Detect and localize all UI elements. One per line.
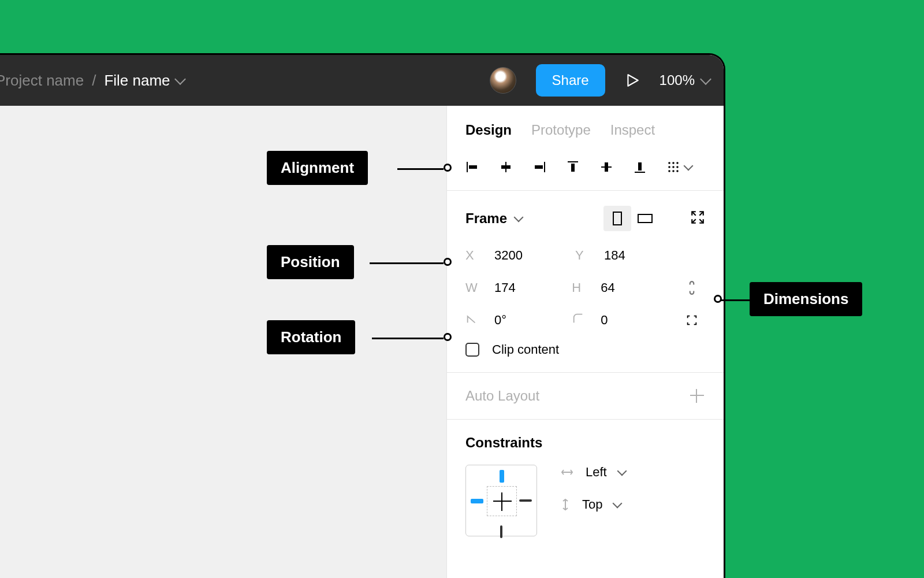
canvas[interactable]: [0, 106, 446, 578]
svg-point-13: [672, 162, 675, 164]
svg-point-18: [668, 170, 670, 172]
x-label: X: [465, 248, 482, 263]
properties-panel: Design Prototype Inspect: [446, 106, 724, 578]
constraint-v-value: Top: [582, 497, 602, 512]
constraints-title: Constraints: [465, 435, 705, 451]
svg-rect-11: [638, 162, 642, 171]
rotation-value[interactable]: 0°: [494, 313, 506, 328]
svg-rect-9: [605, 162, 608, 172]
constraints-widget[interactable]: [465, 465, 537, 536]
x-value[interactable]: 3200: [494, 248, 523, 263]
file-name[interactable]: File name: [104, 72, 184, 90]
svg-point-19: [672, 170, 675, 172]
constraint-v-select[interactable]: Top: [560, 497, 625, 512]
constraints-section: Constraints Left: [447, 420, 724, 542]
chevron-down-icon: [684, 161, 694, 171]
dimensions-row: W 174 H 64: [465, 272, 705, 304]
constraint-h-select[interactable]: Left: [560, 465, 625, 480]
chevron-down-icon: [174, 73, 186, 85]
tab-inspect[interactable]: Inspect: [610, 122, 655, 138]
chevron-down-icon: [617, 466, 627, 476]
tab-prototype[interactable]: Prototype: [531, 122, 591, 138]
h-value[interactable]: 64: [601, 280, 614, 295]
position-row: X 3200 Y 184: [465, 239, 705, 272]
play-icon[interactable]: [625, 73, 640, 88]
h-label: H: [572, 280, 588, 295]
titlebar: Project name / File name Share 100%: [0, 55, 724, 106]
annotation-alignment: Alignment: [267, 151, 368, 185]
clip-content-label: Clip content: [492, 342, 559, 357]
w-label: W: [465, 280, 482, 295]
frame-section: Frame X 3200: [447, 191, 724, 373]
alignment-row: [447, 154, 724, 191]
orientation-toggle: [603, 206, 659, 231]
breadcrumb-separator: /: [92, 72, 96, 90]
y-value[interactable]: 184: [604, 248, 625, 263]
svg-rect-3: [501, 165, 511, 169]
rotation-icon: [465, 312, 482, 328]
annotation-rotation: Rotation: [267, 320, 355, 354]
align-bottom-icon[interactable]: [633, 160, 647, 174]
auto-layout-title: Auto Layout: [465, 388, 539, 404]
independent-corners-icon[interactable]: [678, 314, 705, 327]
w-value[interactable]: 174: [494, 280, 516, 295]
file-name-text: File name: [104, 72, 170, 90]
constraint-center-box[interactable]: [487, 486, 517, 516]
annotation-position: Position: [267, 245, 354, 279]
constraint-bottom-indicator[interactable]: [500, 525, 502, 538]
chevron-down-icon: [613, 499, 623, 509]
align-top-icon[interactable]: [566, 160, 580, 174]
resize-to-fit-icon[interactable]: [690, 210, 705, 227]
align-right-icon[interactable]: [532, 160, 546, 174]
corner-value[interactable]: 0: [601, 313, 608, 328]
zoom-value: 100%: [660, 72, 695, 88]
svg-rect-7: [571, 164, 575, 172]
titlebar-actions: Share 100%: [490, 64, 710, 97]
svg-point-14: [676, 162, 679, 164]
align-h-center-icon[interactable]: [499, 160, 513, 174]
corner-radius-icon: [572, 312, 588, 328]
svg-point-16: [672, 166, 675, 168]
constraint-top-indicator[interactable]: [500, 470, 504, 483]
tab-design[interactable]: Design: [465, 122, 512, 138]
align-v-center-icon[interactable]: [599, 160, 613, 174]
rotation-row: 0° 0: [465, 304, 705, 336]
constraint-h-value: Left: [586, 465, 607, 480]
svg-point-12: [668, 162, 670, 164]
annotation-dimensions: Dimensions: [750, 282, 862, 316]
svg-point-15: [668, 166, 670, 168]
clip-content-row[interactable]: Clip content: [465, 336, 705, 357]
add-auto-layout-button[interactable]: [689, 388, 705, 404]
y-label: Y: [575, 248, 591, 263]
svg-rect-1: [469, 165, 477, 169]
constraint-right-indicator[interactable]: [519, 499, 532, 502]
orientation-portrait[interactable]: [603, 206, 631, 231]
zoom-control[interactable]: 100%: [660, 72, 710, 88]
project-name[interactable]: Project name: [0, 72, 84, 90]
avatar[interactable]: [490, 67, 516, 94]
svg-point-20: [676, 170, 679, 172]
constraint-left-indicator[interactable]: [471, 499, 483, 503]
chevron-down-icon: [700, 73, 711, 85]
panel-tabs: Design Prototype Inspect: [447, 106, 724, 154]
svg-point-17: [676, 166, 679, 168]
tidy-up-dropdown[interactable]: [666, 160, 692, 174]
clip-content-checkbox[interactable]: [465, 343, 479, 357]
align-left-icon[interactable]: [465, 160, 479, 174]
svg-rect-5: [535, 165, 543, 169]
orientation-landscape[interactable]: [631, 206, 659, 231]
share-button[interactable]: Share: [536, 64, 605, 97]
link-aspect-icon[interactable]: [678, 280, 705, 295]
frame-type-label[interactable]: Frame: [465, 210, 507, 227]
auto-layout-section: Auto Layout: [447, 373, 724, 420]
chevron-down-icon: [514, 213, 524, 223]
app-window: Project name / File name Share 100% Desi…: [0, 53, 725, 578]
breadcrumb: Project name / File name: [0, 72, 184, 90]
